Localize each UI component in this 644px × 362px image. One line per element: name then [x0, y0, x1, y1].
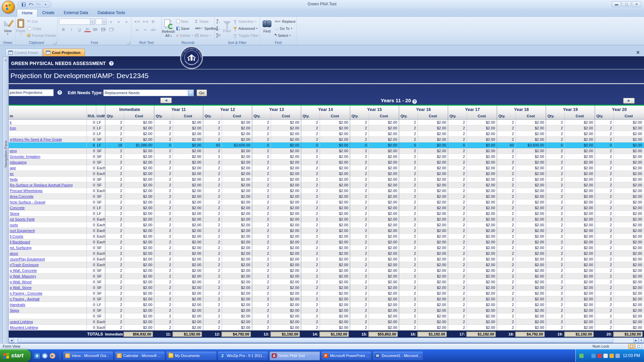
cost-column-header[interactable]: Cost [516, 113, 546, 119]
cost-cell[interactable]: $2.00 [565, 222, 595, 228]
qty-cell[interactable]: 2 [399, 165, 418, 171]
cost-cell[interactable]: $2.00 [467, 199, 497, 205]
qty-cell[interactable]: 2 [252, 302, 271, 307]
qty-cell[interactable]: 2 [203, 319, 222, 324]
cost-cell[interactable]: $2.00 [173, 279, 203, 285]
cost-cell[interactable]: $2.00 [516, 308, 546, 313]
qty-cell[interactable]: 2 [497, 177, 516, 182]
cost-cell[interactable]: $2.00 [271, 302, 301, 307]
apply-rich-text-icon[interactable]: ab▾ [150, 26, 157, 33]
qty-cell[interactable]: 2 [252, 245, 271, 250]
item-link[interactable]: r/Trash Enclosure [10, 263, 39, 267]
cost-cell[interactable]: $2.00 [271, 120, 301, 125]
cost-cell[interactable]: $2.00 [173, 182, 203, 188]
qty-cell[interactable]: 2 [252, 194, 271, 199]
qty-column-header[interactable]: Qty. [399, 113, 418, 119]
navigation-pane-collapsed[interactable]: » Navigation Pane [3, 56, 9, 343]
taskbar-task-button[interactable]: WDocument1 - Microsof... [373, 351, 423, 360]
qty-cell[interactable]: 2 [105, 296, 124, 302]
cost-cell[interactable]: $2.00 [173, 165, 203, 171]
cost-cell[interactable]: $2.00 [565, 308, 595, 313]
qty-cell[interactable]: 2 [301, 302, 320, 307]
qty-cell[interactable]: 2 [105, 148, 124, 154]
qty-cell[interactable]: 2 [399, 279, 418, 285]
qty-cell[interactable]: 2 [301, 171, 320, 176]
qty-cell[interactable]: 2 [301, 251, 320, 256]
qty-cell[interactable]: 2 [497, 256, 516, 262]
cost-cell[interactable]: $2.00 [173, 188, 203, 193]
cost-cell[interactable]: $2.00 [613, 199, 644, 205]
taskbar-task-button[interactable]: CCalendar - Microsoft ... [114, 351, 165, 360]
cost-cell[interactable]: $2.00 [320, 120, 350, 125]
cost-cell[interactable]: $2.00 [418, 211, 448, 216]
cost-cell[interactable]: $2.00 [271, 217, 301, 222]
cost-cell[interactable]: $2.00 [369, 319, 399, 324]
qty-cell[interactable]: 2 [595, 234, 613, 239]
qty-cell[interactable]: 2 [252, 325, 271, 330]
qty-cell[interactable]: 2 [546, 234, 565, 239]
cost-cell[interactable]: $2.00 [222, 308, 252, 313]
qty-cell[interactable]: 2 [105, 325, 124, 330]
italic-button[interactable]: I [68, 26, 75, 33]
qty-cell[interactable]: 2 [154, 319, 173, 324]
qty-cell[interactable]: 2 [448, 279, 467, 285]
qty-cell[interactable]: 2 [154, 245, 173, 250]
qty-cell[interactable]: 2 [399, 137, 418, 142]
cost-cell[interactable]: $2.00 [369, 131, 399, 136]
qty-cell[interactable]: 2 [546, 228, 565, 233]
qty-column-header[interactable]: Qty. [203, 113, 222, 119]
qty-cell[interactable]: 2 [154, 131, 173, 136]
scroll-thumb[interactable] [17, 338, 613, 343]
qty-cell[interactable]: 2 [399, 177, 418, 182]
qty-cell[interactable]: 2 [448, 148, 467, 154]
cost-cell[interactable]: $2.00 [613, 291, 644, 296]
qty-cell[interactable]: 2 [301, 325, 320, 330]
cost-cell[interactable]: $2.00 [124, 302, 154, 307]
qty-cell[interactable]: 2 [497, 296, 516, 302]
qty-cell[interactable]: 2 [350, 160, 369, 165]
cost-cell[interactable]: $2.00 [173, 217, 203, 222]
form-view-button[interactable] [628, 344, 635, 349]
cost-cell[interactable]: $2.00 [320, 165, 350, 171]
qty-cell[interactable]: 2 [595, 137, 613, 142]
cost-cell[interactable]: $2.00 [320, 171, 350, 176]
qty-cell[interactable]: 2 [252, 211, 271, 216]
cost-cell[interactable]: $2.00 [467, 205, 497, 210]
taskbar-task-button[interactable]: OInbox - Microsoft Out... [63, 351, 113, 360]
qty-cell[interactable]: 2 [203, 308, 222, 313]
qty-cell[interactable]: 2 [595, 256, 613, 262]
alternate-row-color-button[interactable]: ▾ [108, 26, 115, 33]
qty-cell[interactable]: 2 [448, 188, 467, 193]
cost-cell[interactable]: $2.00 [173, 302, 203, 307]
cost-cell[interactable]: $2.00 [418, 171, 448, 176]
qty-cell[interactable]: 2 [350, 262, 369, 267]
qty-cell[interactable]: 2 [350, 319, 369, 324]
qty-cell[interactable]: 2 [350, 120, 369, 125]
cost-cell[interactable]: $2.00 [369, 285, 399, 290]
cost-cell[interactable]: $2.00 [222, 319, 252, 324]
new-record-button[interactable]: New [175, 18, 194, 25]
qty-cell[interactable]: 2 [154, 313, 173, 319]
qty-cell[interactable]: 2 [301, 234, 320, 239]
qty-cell[interactable]: 2 [203, 325, 222, 330]
qty-cell[interactable]: 2 [105, 154, 124, 159]
qty-cell[interactable]: 2 [497, 154, 516, 159]
qty-cell[interactable]: 2 [399, 131, 418, 136]
qty-cell[interactable]: 2 [595, 239, 613, 245]
item-link[interactable]: ourts [10, 223, 18, 227]
cost-cell[interactable]: $2.00 [173, 137, 203, 142]
qty-cell[interactable]: 2 [497, 313, 516, 319]
qty-cell[interactable]: 2 [546, 222, 565, 228]
toggle-filter-button[interactable]: Toggle Filter [232, 32, 260, 39]
qty-column-header[interactable]: Qty. [252, 113, 271, 119]
qty-cell[interactable]: 0 [448, 142, 467, 148]
item-link[interactable]: es [10, 172, 14, 176]
qty-cell[interactable]: 2 [252, 120, 271, 125]
qty-cell[interactable]: 2 [546, 291, 565, 296]
cost-cell[interactable]: $2.00 [613, 251, 644, 256]
qty-cell[interactable]: 2 [350, 182, 369, 188]
qty-cell[interactable]: 2 [399, 211, 418, 216]
cost-cell[interactable]: $2.00 [516, 285, 546, 290]
qty-cell[interactable]: 2 [546, 194, 565, 199]
qty-cell[interactable]: 2 [497, 205, 516, 210]
